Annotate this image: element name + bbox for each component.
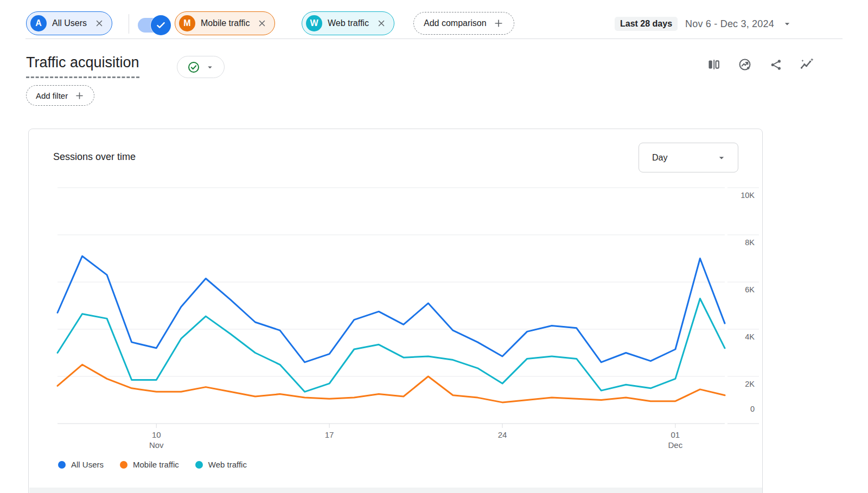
comparison-chip-label: Mobile traffic (201, 18, 250, 28)
close-icon[interactable] (257, 18, 267, 28)
svg-text:Nov: Nov (149, 440, 164, 450)
share-report-button[interactable] (765, 54, 787, 75)
insights-icon (800, 57, 814, 72)
svg-text:6K: 6K (745, 285, 755, 294)
caret-down-icon (205, 62, 215, 72)
page-title: Traffic acquisition (26, 53, 139, 78)
date-preset-badge: Last 28 days (615, 17, 678, 31)
series-line-all-users[interactable] (58, 256, 725, 362)
chart-title: Sessions over time (53, 151, 136, 163)
legend-label: Mobile traffic (133, 460, 179, 469)
caret-down-icon (716, 152, 727, 163)
comparison-chip-web-traffic[interactable]: W Web traffic (302, 11, 394, 35)
legend-item: Web traffic (195, 460, 247, 469)
edit-comparisons-icon (707, 57, 721, 72)
svg-text:8K: 8K (745, 238, 755, 247)
svg-text:17: 17 (325, 430, 334, 439)
add-comparison-label: Add comparison (424, 18, 487, 28)
table-header-strip (29, 488, 762, 493)
date-range-text: Nov 6 - Dec 3, 2024 (685, 18, 774, 30)
legend-item: Mobile traffic (120, 460, 179, 469)
date-range-picker[interactable]: Last 28 days Nov 6 - Dec 3, 2024 (615, 14, 793, 34)
share-icon (769, 58, 783, 72)
add-filter-label: Add filter (36, 91, 68, 100)
svg-text:Dec: Dec (668, 440, 683, 450)
legend-label: All Users (71, 460, 104, 469)
series-line-mobile-traffic[interactable] (58, 364, 725, 402)
svg-text:10K: 10K (741, 191, 755, 200)
caret-down-icon (782, 18, 793, 29)
insights-button[interactable] (796, 54, 818, 75)
svg-text:2K: 2K (745, 380, 755, 388)
chip-divider (129, 14, 129, 34)
comparison-chip-label: All Users (52, 18, 87, 28)
report-trend-button[interactable] (734, 54, 756, 75)
svg-text:01: 01 (671, 430, 680, 439)
check-circle-icon (187, 61, 200, 74)
comparison-chip-all-users[interactable]: A All Users (26, 11, 112, 35)
granularity-value: Day (652, 153, 667, 163)
toggle-knob-check-icon (151, 15, 171, 35)
comparison-bar: A All Users M Mobile traffic W Web traff… (0, 0, 868, 39)
granularity-select[interactable]: Day (639, 143, 738, 172)
close-icon[interactable] (94, 18, 104, 28)
comparison-avatar: A (30, 15, 47, 31)
legend-item: All Users (58, 460, 104, 469)
report-toolbar (703, 54, 818, 75)
svg-text:24: 24 (498, 430, 507, 439)
plus-icon (493, 18, 504, 29)
report-validity-pill[interactable] (177, 56, 225, 78)
legend-dot-icon (195, 461, 203, 469)
sessions-line-chart[interactable]: 02K4K6K8K10K10Nov172401Dec (29, 129, 763, 493)
close-icon[interactable] (376, 18, 386, 28)
chart-legend: All UsersMobile trafficWeb traffic (58, 460, 247, 469)
comparison-chip-mobile-traffic[interactable]: M Mobile traffic (175, 11, 275, 35)
comparison-chip-label: Web traffic (328, 18, 369, 28)
comparison-toggle[interactable] (137, 15, 171, 35)
comparison-avatar: M (179, 15, 195, 31)
svg-text:10: 10 (152, 430, 161, 439)
plus-icon (74, 91, 85, 101)
comparison-avatar: W (306, 15, 322, 31)
header-divider (25, 39, 843, 39)
add-filter-button[interactable]: Add filter (26, 85, 94, 106)
svg-text:0: 0 (750, 405, 755, 413)
legend-label: Web traffic (208, 460, 247, 469)
report-trend-icon (738, 57, 752, 72)
sessions-over-time-card: Sessions over time Day 02K4K6K8K10K10Nov… (28, 129, 763, 493)
add-comparison-button[interactable]: Add comparison (413, 12, 514, 35)
legend-dot-icon (120, 461, 127, 469)
legend-dot-icon (58, 461, 66, 469)
svg-text:4K: 4K (745, 332, 755, 341)
edit-comparisons-button[interactable] (703, 54, 725, 75)
